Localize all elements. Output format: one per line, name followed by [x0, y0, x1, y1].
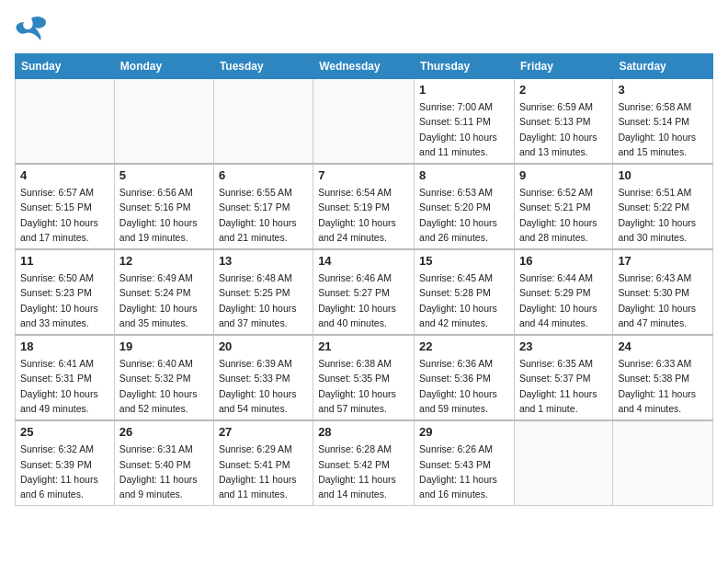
- day-info: Sunrise: 6:55 AM Sunset: 5:17 PM Dayligh…: [219, 185, 308, 245]
- calendar-cell: 4Sunrise: 6:57 AM Sunset: 5:15 PM Daylig…: [16, 164, 115, 249]
- page-header: [15, 15, 713, 42]
- day-info: Sunrise: 6:51 AM Sunset: 5:22 PM Dayligh…: [618, 185, 708, 245]
- calendar-cell: 10Sunrise: 6:51 AM Sunset: 5:22 PM Dayli…: [613, 164, 713, 249]
- calendar-cell: 29Sunrise: 6:26 AM Sunset: 5:43 PM Dayli…: [415, 420, 515, 506]
- day-number: 17: [618, 254, 708, 268]
- col-header-tuesday: Tuesday: [213, 54, 313, 79]
- day-number: 7: [318, 168, 409, 182]
- day-number: 1: [419, 83, 509, 97]
- day-number: 9: [519, 168, 608, 182]
- day-info: Sunrise: 6:32 AM Sunset: 5:39 PM Dayligh…: [20, 442, 109, 501]
- calendar-cell: 14Sunrise: 6:46 AM Sunset: 5:27 PM Dayli…: [313, 249, 415, 335]
- day-number: 16: [519, 254, 608, 268]
- day-info: Sunrise: 6:48 AM Sunset: 5:25 PM Dayligh…: [219, 270, 308, 330]
- day-number: 10: [618, 168, 708, 182]
- day-info: Sunrise: 6:43 AM Sunset: 5:30 PM Dayligh…: [618, 270, 708, 330]
- day-info: Sunrise: 6:39 AM Sunset: 5:33 PM Dayligh…: [219, 356, 308, 416]
- calendar-week-1: 1Sunrise: 7:00 AM Sunset: 5:11 PM Daylig…: [16, 79, 713, 165]
- calendar-cell: 28Sunrise: 6:28 AM Sunset: 5:42 PM Dayli…: [313, 420, 415, 506]
- calendar-cell: 18Sunrise: 6:41 AM Sunset: 5:31 PM Dayli…: [16, 335, 115, 420]
- day-number: 23: [519, 339, 608, 353]
- day-number: 26: [119, 425, 209, 439]
- calendar-cell: 7Sunrise: 6:54 AM Sunset: 5:19 PM Daylig…: [313, 164, 415, 249]
- day-number: 2: [519, 83, 608, 97]
- day-info: Sunrise: 6:31 AM Sunset: 5:40 PM Dayligh…: [119, 442, 209, 501]
- day-number: 18: [20, 339, 109, 353]
- calendar-week-5: 25Sunrise: 6:32 AM Sunset: 5:39 PM Dayli…: [16, 420, 713, 506]
- day-number: 5: [119, 168, 209, 182]
- calendar-cell: 19Sunrise: 6:40 AM Sunset: 5:32 PM Dayli…: [114, 335, 213, 420]
- col-header-wednesday: Wednesday: [313, 54, 415, 79]
- calendar-week-2: 4Sunrise: 6:57 AM Sunset: 5:15 PM Daylig…: [16, 164, 713, 249]
- col-header-saturday: Saturday: [613, 54, 713, 79]
- calendar-cell: 20Sunrise: 6:39 AM Sunset: 5:33 PM Dayli…: [213, 335, 313, 420]
- calendar-cell: 12Sunrise: 6:49 AM Sunset: 5:24 PM Dayli…: [114, 249, 213, 335]
- logo: [15, 15, 51, 42]
- calendar-cell: 9Sunrise: 6:52 AM Sunset: 5:21 PM Daylig…: [514, 164, 612, 249]
- day-number: 15: [419, 254, 509, 268]
- day-info: Sunrise: 6:28 AM Sunset: 5:42 PM Dayligh…: [318, 442, 409, 501]
- calendar-cell: 2Sunrise: 6:59 AM Sunset: 5:13 PM Daylig…: [514, 79, 612, 165]
- day-number: 11: [20, 254, 109, 268]
- calendar-cell: 1Sunrise: 7:00 AM Sunset: 5:11 PM Daylig…: [415, 79, 515, 165]
- day-info: Sunrise: 6:50 AM Sunset: 5:23 PM Dayligh…: [20, 270, 109, 330]
- calendar-cell: [514, 420, 612, 506]
- day-number: 24: [618, 339, 708, 353]
- logo-icon: [15, 15, 48, 42]
- day-info: Sunrise: 6:29 AM Sunset: 5:41 PM Dayligh…: [219, 442, 308, 501]
- day-number: 29: [419, 425, 509, 439]
- day-number: 12: [119, 254, 209, 268]
- calendar-week-4: 18Sunrise: 6:41 AM Sunset: 5:31 PM Dayli…: [16, 335, 713, 420]
- calendar-cell: 15Sunrise: 6:45 AM Sunset: 5:28 PM Dayli…: [415, 249, 515, 335]
- calendar-cell: 17Sunrise: 6:43 AM Sunset: 5:30 PM Dayli…: [613, 249, 713, 335]
- day-info: Sunrise: 6:46 AM Sunset: 5:27 PM Dayligh…: [318, 270, 409, 330]
- day-number: 25: [20, 425, 109, 439]
- day-info: Sunrise: 6:36 AM Sunset: 5:36 PM Dayligh…: [419, 356, 509, 416]
- calendar-cell: 25Sunrise: 6:32 AM Sunset: 5:39 PM Dayli…: [16, 420, 115, 506]
- calendar-table: SundayMondayTuesdayWednesdayThursdayFrid…: [15, 53, 713, 506]
- calendar-cell: 23Sunrise: 6:35 AM Sunset: 5:37 PM Dayli…: [514, 335, 612, 420]
- day-number: 13: [219, 254, 308, 268]
- day-number: 22: [419, 339, 509, 353]
- calendar-cell: 13Sunrise: 6:48 AM Sunset: 5:25 PM Dayli…: [213, 249, 313, 335]
- calendar-cell: 21Sunrise: 6:38 AM Sunset: 5:35 PM Dayli…: [313, 335, 415, 420]
- col-header-friday: Friday: [514, 54, 612, 79]
- day-info: Sunrise: 6:57 AM Sunset: 5:15 PM Dayligh…: [20, 185, 109, 245]
- day-number: 14: [318, 254, 409, 268]
- calendar-cell: 6Sunrise: 6:55 AM Sunset: 5:17 PM Daylig…: [213, 164, 313, 249]
- day-info: Sunrise: 6:54 AM Sunset: 5:19 PM Dayligh…: [318, 185, 409, 245]
- calendar-cell: [114, 79, 213, 165]
- day-info: Sunrise: 7:00 AM Sunset: 5:11 PM Dayligh…: [419, 99, 509, 159]
- calendar-header-row: SundayMondayTuesdayWednesdayThursdayFrid…: [16, 54, 713, 79]
- calendar-week-3: 11Sunrise: 6:50 AM Sunset: 5:23 PM Dayli…: [16, 249, 713, 335]
- calendar-cell: 22Sunrise: 6:36 AM Sunset: 5:36 PM Dayli…: [415, 335, 515, 420]
- calendar-cell: [613, 420, 713, 506]
- day-number: 19: [119, 339, 209, 353]
- calendar-cell: 8Sunrise: 6:53 AM Sunset: 5:20 PM Daylig…: [415, 164, 515, 249]
- calendar-cell: [16, 79, 115, 165]
- calendar-cell: 16Sunrise: 6:44 AM Sunset: 5:29 PM Dayli…: [514, 249, 612, 335]
- calendar-cell: 26Sunrise: 6:31 AM Sunset: 5:40 PM Dayli…: [114, 420, 213, 506]
- day-number: 28: [318, 425, 409, 439]
- col-header-monday: Monday: [114, 54, 213, 79]
- day-number: 8: [419, 168, 509, 182]
- day-number: 3: [618, 83, 708, 97]
- calendar-cell: 24Sunrise: 6:33 AM Sunset: 5:38 PM Dayli…: [613, 335, 713, 420]
- day-info: Sunrise: 6:45 AM Sunset: 5:28 PM Dayligh…: [419, 270, 509, 330]
- day-info: Sunrise: 6:40 AM Sunset: 5:32 PM Dayligh…: [119, 356, 209, 416]
- day-number: 27: [219, 425, 308, 439]
- calendar-cell: 5Sunrise: 6:56 AM Sunset: 5:16 PM Daylig…: [114, 164, 213, 249]
- calendar-cell: [213, 79, 313, 165]
- col-header-thursday: Thursday: [415, 54, 515, 79]
- day-info: Sunrise: 6:53 AM Sunset: 5:20 PM Dayligh…: [419, 185, 509, 245]
- day-number: 4: [20, 168, 109, 182]
- calendar-cell: [313, 79, 415, 165]
- day-info: Sunrise: 6:44 AM Sunset: 5:29 PM Dayligh…: [519, 270, 608, 330]
- day-info: Sunrise: 6:33 AM Sunset: 5:38 PM Dayligh…: [618, 356, 708, 416]
- day-info: Sunrise: 6:41 AM Sunset: 5:31 PM Dayligh…: [20, 356, 109, 416]
- calendar-cell: 27Sunrise: 6:29 AM Sunset: 5:41 PM Dayli…: [213, 420, 313, 506]
- day-info: Sunrise: 6:38 AM Sunset: 5:35 PM Dayligh…: [318, 356, 409, 416]
- day-info: Sunrise: 6:56 AM Sunset: 5:16 PM Dayligh…: [119, 185, 209, 245]
- day-number: 20: [219, 339, 308, 353]
- calendar-cell: 3Sunrise: 6:58 AM Sunset: 5:14 PM Daylig…: [613, 79, 713, 165]
